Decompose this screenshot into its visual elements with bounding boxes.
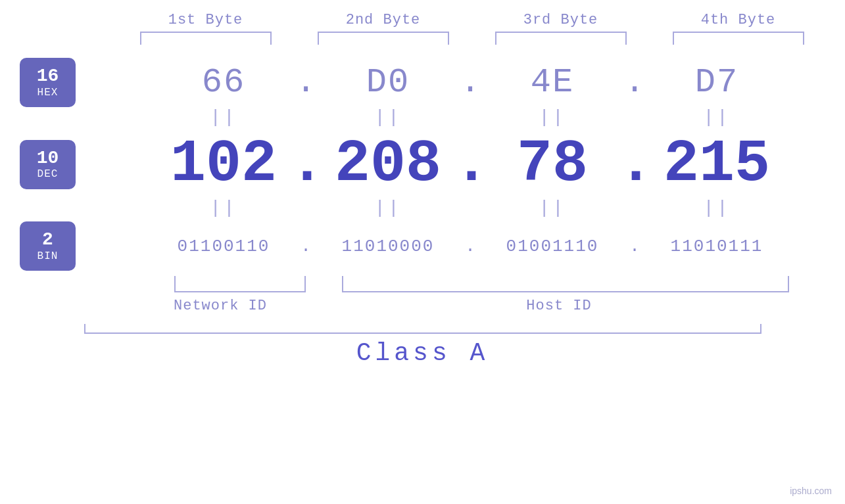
hex-badge-number: 16: [37, 66, 59, 87]
bin-badge: 2 BIN: [20, 221, 76, 271]
hex-dot-2: .: [454, 63, 487, 102]
bottom-brackets-area: [0, 276, 845, 292]
dec-badge: 10 DEC: [20, 140, 76, 189]
equals-3: ||: [487, 107, 618, 127]
hex-badge-label: HEX: [37, 87, 59, 99]
network-id-label: Network ID: [132, 298, 309, 314]
equals-4: ||: [651, 107, 783, 127]
host-id-label: Host ID: [309, 298, 809, 314]
equals-2: ||: [322, 107, 454, 127]
bin-badge-label: BIN: [37, 250, 59, 262]
hex-value-4: D7: [651, 63, 783, 102]
byte-labels-row: 1st Byte 2nd Byte 3rd Byte 4th Byte: [0, 12, 845, 28]
top-bracket-4: [673, 32, 804, 45]
hex-dot-3: .: [618, 63, 651, 102]
equals-1: ||: [158, 107, 289, 127]
id-labels-row: Network ID Host ID: [0, 298, 845, 314]
top-bracket-1: [140, 32, 272, 45]
bin-value-1: 01100110: [158, 237, 289, 256]
bottom-brackets-row: [0, 276, 845, 292]
equals-7: ||: [487, 198, 618, 218]
class-bracket: [84, 324, 761, 334]
hex-badge: 16 HEX: [20, 58, 76, 107]
class-label-row: Class A: [0, 339, 845, 367]
dec-value-4: 215: [651, 131, 783, 198]
top-bracket-3: [495, 32, 627, 45]
dec-badge-label: DEC: [37, 168, 59, 180]
bin-dot-2: .: [454, 237, 487, 256]
bin-dot-1: .: [289, 237, 322, 256]
bin-dot-3: .: [618, 237, 651, 256]
bin-row: 2 BIN 01100110 . 11010000 . 01001110 . 1…: [0, 221, 845, 271]
hex-value-1: 66: [158, 63, 289, 102]
byte-label-1: 1st Byte: [117, 12, 295, 28]
equals-8: ||: [651, 198, 783, 218]
bin-value-2: 11010000: [322, 237, 454, 256]
equals-row-2: || || || ||: [0, 198, 845, 218]
hex-value-3: 4E: [487, 63, 618, 102]
byte-label-4: 4th Byte: [650, 12, 827, 28]
equals-5: ||: [158, 198, 289, 218]
dec-row: 10 DEC 102 . 208 . 78 . 215: [0, 131, 845, 198]
class-bracket-row: [0, 324, 845, 334]
main-container: 1st Byte 2nd Byte 3rd Byte 4th Byte 16 H…: [0, 0, 845, 504]
bin-badge-number: 2: [42, 230, 53, 250]
byte-label-2: 2nd Byte: [295, 12, 472, 28]
bin-value-3: 01001110: [487, 237, 618, 256]
class-label: Class A: [356, 339, 489, 367]
dec-value-2: 208: [322, 131, 454, 198]
dec-value-3: 78: [487, 131, 618, 198]
dec-badge-number: 10: [37, 149, 59, 169]
dec-dot-2: .: [454, 131, 487, 198]
byte-label-3: 3rd Byte: [472, 12, 650, 28]
host-id-bracket: [342, 276, 789, 292]
bin-value-4: 11010111: [651, 237, 783, 256]
top-brackets: [0, 32, 845, 45]
top-bracket-2: [318, 32, 449, 45]
dec-dot-3: .: [618, 131, 651, 198]
equals-row-1: || || || ||: [0, 107, 845, 127]
network-id-bracket: [174, 276, 306, 292]
watermark: ipshu.com: [790, 486, 832, 496]
hex-dot-1: .: [289, 63, 322, 102]
hex-row: 16 HEX 66 . D0 . 4E . D7: [0, 58, 845, 107]
dec-value-1: 102: [158, 131, 289, 198]
dec-dot-1: .: [289, 131, 322, 198]
hex-value-2: D0: [322, 63, 454, 102]
equals-6: ||: [322, 198, 454, 218]
